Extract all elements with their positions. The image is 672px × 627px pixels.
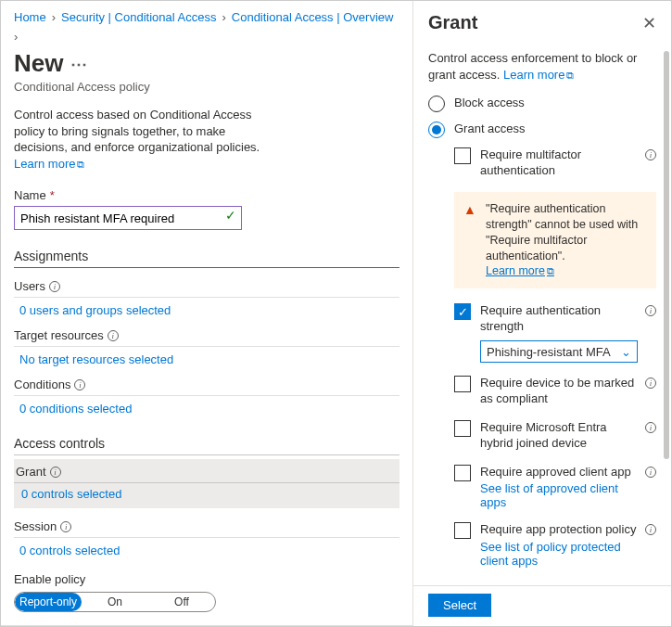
info-icon[interactable]: i: [645, 377, 656, 389]
target-resources-row[interactable]: Target resources i: [14, 328, 399, 347]
info-icon[interactable]: i: [645, 422, 656, 433]
chevron-down-icon: ⌄: [621, 345, 631, 359]
protection-apps-list-link[interactable]: See list of policy protected client apps: [480, 540, 638, 568]
info-icon[interactable]: i: [108, 330, 119, 341]
grant-row-selected[interactable]: Grant i 0 controls selected: [14, 459, 399, 508]
assignments-heading: Assignments: [14, 249, 399, 268]
breadcrumb-overview[interactable]: Conditional Access | Overview: [232, 10, 394, 24]
toggle-on[interactable]: On: [82, 593, 148, 611]
users-value-link[interactable]: 0 users and groups selected: [14, 303, 399, 317]
name-label: Name *: [14, 188, 399, 202]
enable-policy-toggle[interactable]: Report-only On Off: [14, 592, 216, 612]
info-icon[interactable]: i: [50, 467, 61, 478]
page-subtitle: Conditional Access policy: [14, 80, 399, 94]
grant-value-link[interactable]: 0 controls selected: [14, 483, 399, 506]
enable-policy-label: Enable policy: [14, 572, 399, 586]
toggle-report-only[interactable]: Report-only: [15, 593, 82, 611]
auth-strength-value: Phishing-resistant MFA: [487, 345, 611, 359]
access-controls-heading: Access controls: [14, 436, 399, 455]
page-title: New ⋯: [14, 49, 399, 78]
session-row[interactable]: Session i: [14, 519, 399, 538]
require-compliant-checkbox[interactable]: Require device to be marked as compliant…: [454, 376, 656, 407]
select-button[interactable]: Select: [428, 594, 491, 617]
conditions-row[interactable]: Conditions i: [14, 377, 399, 396]
toggle-off[interactable]: Off: [148, 593, 215, 611]
checkbox-icon: [454, 147, 471, 164]
require-hybrid-label: Require Microsoft Entra hybrid joined de…: [480, 420, 638, 452]
policy-description-text: Control access based on Conditional Acce…: [14, 108, 260, 154]
info-icon[interactable]: i: [645, 524, 656, 535]
auth-strength-select[interactable]: Phishing-resistant MFA ⌄: [480, 340, 638, 363]
block-access-label: Block access: [454, 96, 525, 111]
external-link-icon: ⧉: [547, 265, 554, 276]
grant-panel-description: Control access enforcement to block or g…: [428, 50, 656, 83]
policy-name-input[interactable]: [14, 206, 242, 230]
checkbox-icon: [454, 303, 471, 320]
require-auth-strength-checkbox[interactable]: Require authentication strength Phishing…: [454, 303, 656, 363]
users-row[interactable]: Users i: [14, 279, 399, 298]
info-icon[interactable]: i: [60, 521, 71, 532]
require-app-protection-checkbox[interactable]: Require app protection policy See list o…: [454, 522, 656, 568]
learn-more-link[interactable]: Learn more⧉: [14, 157, 84, 171]
approved-apps-list-link[interactable]: See list of approved client apps: [480, 481, 638, 509]
radio-icon: [428, 122, 445, 138]
checkbox-icon: [454, 376, 471, 392]
policy-editor-panel: Home › Security | Conditional Access › C…: [1, 1, 412, 626]
auth-strength-warning: ▲ "Require authentication strength" cann…: [454, 192, 656, 288]
require-approved-app-label: Require approved client app: [480, 465, 631, 479]
target-resources-value-link[interactable]: No target resources selected: [14, 352, 399, 366]
external-link-icon: ⧉: [77, 159, 84, 170]
grant-panel-title: Grant: [428, 12, 477, 33]
session-value-link[interactable]: 0 controls selected: [14, 544, 399, 557]
grant-access-radio[interactable]: Grant access: [428, 122, 656, 138]
valid-check-icon: ✓: [225, 208, 236, 223]
close-icon[interactable]: ✕: [642, 13, 656, 33]
warning-text: "Require authentication strength" cannot…: [486, 202, 638, 262]
grant-access-label: Grant access: [454, 122, 526, 137]
external-link-icon: ⧉: [566, 70, 574, 81]
require-hybrid-checkbox[interactable]: Require Microsoft Entra hybrid joined de…: [454, 420, 656, 452]
policy-description: Control access based on Conditional Acce…: [14, 107, 273, 172]
require-mfa-checkbox[interactable]: Require multifactor authentication i: [454, 147, 656, 179]
conditions-value-link[interactable]: 0 conditions selected: [14, 402, 399, 416]
require-app-protection-label: Require app protection policy: [480, 522, 636, 536]
info-icon[interactable]: i: [74, 379, 85, 390]
info-icon[interactable]: i: [645, 149, 656, 160]
require-auth-strength-label: Require authentication strength: [480, 303, 601, 333]
require-compliant-label: Require device to be marked as compliant: [480, 376, 638, 407]
scrollbar[interactable]: [664, 51, 669, 459]
checkbox-icon: [454, 465, 471, 481]
page-title-text: New: [14, 49, 63, 78]
info-icon[interactable]: i: [49, 281, 60, 292]
info-icon[interactable]: i: [645, 305, 656, 316]
more-actions-icon[interactable]: ⋯: [70, 59, 87, 69]
block-access-radio[interactable]: Block access: [428, 96, 656, 112]
checkbox-icon: [454, 522, 471, 539]
grant-panel: Grant ✕ Control access enforcement to bl…: [412, 1, 671, 626]
require-approved-app-checkbox[interactable]: Require approved client app See list of …: [454, 465, 656, 510]
require-mfa-label: Require multifactor authentication: [480, 147, 638, 179]
chevron-right-icon: ›: [52, 10, 56, 24]
warning-icon: ▲: [463, 201, 476, 219]
breadcrumb: Home › Security | Conditional Access › C…: [14, 10, 399, 44]
warning-learn-more-link[interactable]: Learn more⧉: [486, 264, 554, 277]
info-icon[interactable]: i: [645, 467, 656, 478]
radio-icon: [428, 96, 445, 112]
chevron-right-icon: ›: [14, 30, 18, 44]
chevron-right-icon: ›: [222, 10, 225, 24]
checkbox-icon: [454, 420, 471, 437]
breadcrumb-security[interactable]: Security | Conditional Access: [61, 10, 216, 24]
grant-learn-more-link[interactable]: Learn more⧉: [503, 68, 574, 82]
breadcrumb-home[interactable]: Home: [14, 10, 46, 24]
